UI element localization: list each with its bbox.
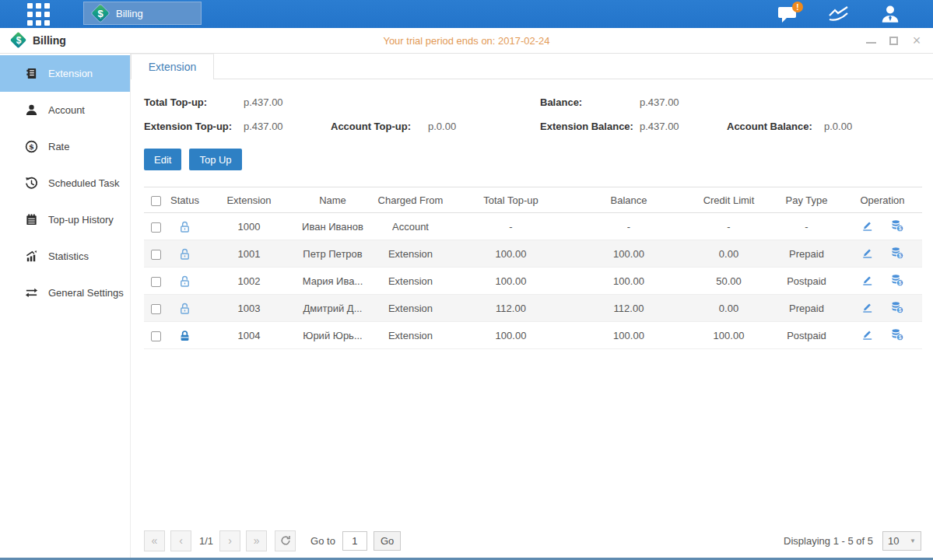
row-checkbox[interactable]	[151, 331, 161, 341]
cell-credit-limit: 100.00	[687, 322, 770, 349]
balance-summary: Total Top-up: p.437.00 Balance: p.437.00	[144, 90, 921, 138]
first-page-button[interactable]: «	[144, 530, 165, 551]
cell-balance: 100.00	[570, 268, 687, 295]
toolbar: Edit Top Up	[144, 149, 921, 170]
col-pay-type: Pay Type	[770, 187, 843, 213]
refresh-icon[interactable]	[275, 530, 296, 551]
cell-balance: -	[570, 213, 687, 240]
status-lock-icon	[167, 295, 202, 322]
sidebar-item-rate[interactable]: $ Rate	[0, 128, 130, 165]
growth-chart-icon	[25, 250, 38, 263]
next-page-button[interactable]: ›	[219, 530, 240, 551]
row-checkbox[interactable]	[151, 277, 161, 287]
history-clock-icon	[25, 177, 38, 190]
transfer-arrows-icon	[25, 286, 38, 299]
col-name: Name	[296, 187, 370, 213]
cell-extension: 1001	[202, 240, 296, 268]
coins-dollar-icon[interactable]: $	[890, 246, 904, 262]
sidebar-item-statistics[interactable]: Statistics	[0, 238, 130, 275]
coins-dollar-icon[interactable]: $	[890, 300, 904, 317]
status-lock-icon	[167, 322, 202, 349]
svg-text:$: $	[899, 306, 902, 313]
edit-button[interactable]: Edit	[144, 149, 181, 170]
cell-charged-from: Account	[370, 213, 451, 240]
cell-total-top-up: 100.00	[451, 322, 570, 349]
billing-dollar-diamond-icon: $	[11, 33, 26, 48]
prev-page-button[interactable]: ‹	[170, 530, 191, 551]
sidebar-item-label: General Settings	[48, 287, 124, 299]
coins-dollar-icon[interactable]: $	[890, 219, 904, 235]
main-panel: Extension Total Top-up: p.437.00 Balance…	[131, 54, 933, 558]
last-page-button[interactable]: »	[246, 530, 267, 551]
sidebar-item-scheduled-task[interactable]: Scheduled Task	[0, 165, 130, 201]
cell-charged-from: Extension	[370, 322, 451, 349]
cell-charged-from: Extension	[370, 268, 451, 295]
cell-balance: 112.00	[570, 295, 687, 322]
row-checkbox[interactable]	[151, 304, 161, 314]
sidebar-item-account[interactable]: Account	[0, 92, 130, 128]
pencil-icon[interactable]	[861, 219, 874, 234]
select-all-checkbox[interactable]	[151, 196, 161, 206]
row-checkbox[interactable]	[151, 250, 161, 260]
svg-text:$: $	[899, 225, 902, 231]
billing-dollar-diamond-icon: $	[92, 5, 109, 22]
cell-balance: 100.00	[570, 240, 687, 268]
account-top-up-label: Account Top-up:	[331, 121, 428, 132]
pencil-icon[interactable]	[861, 273, 874, 289]
notification-badge: !	[792, 2, 803, 12]
cell-total-top-up: 100.00	[451, 240, 570, 268]
table-row: 1000 Иван Иванов Account - - - - $	[144, 213, 922, 240]
displaying-count: Displaying 1 - 5 of 5	[784, 535, 873, 547]
cell-total-top-up: 112.00	[451, 295, 570, 322]
pencil-icon[interactable]	[861, 327, 874, 343]
taskbar-tab-billing[interactable]: $ Billing	[83, 2, 202, 25]
close-icon[interactable]: ×	[911, 35, 922, 46]
maximize-icon[interactable]	[889, 37, 898, 45]
go-button[interactable]: Go	[374, 531, 401, 551]
go-to-page-input[interactable]	[342, 531, 367, 551]
line-chart-icon[interactable]	[827, 4, 851, 24]
sidebar-item-label: Extension	[48, 68, 93, 79]
desktop-topbar: $ Billing !	[0, 0, 933, 28]
total-top-up-label: Total Top-up:	[144, 96, 244, 108]
cell-credit-limit: 0.00	[687, 240, 770, 268]
pencil-icon[interactable]	[861, 300, 874, 316]
app-grid-icon[interactable]	[27, 3, 50, 26]
col-extension: Extension	[202, 187, 296, 213]
cell-name: Петр Петров	[296, 240, 370, 268]
person-icon	[25, 103, 38, 117]
sidebar-item-extension[interactable]: Extension	[0, 55, 130, 92]
row-checkbox[interactable]	[151, 222, 161, 233]
table-row: 1001 Петр Петров Extension 100.00 100.00…	[144, 240, 922, 268]
pencil-icon[interactable]	[861, 246, 874, 261]
svg-text:$: $	[899, 279, 902, 285]
cell-balance: 100.00	[570, 322, 687, 349]
table-row: 1002 Мария Ива... Extension 100.00 100.0…	[144, 268, 922, 295]
account-balance-value: p.0.00	[824, 121, 921, 132]
cell-extension: 1004	[202, 322, 296, 349]
cell-extension: 1000	[202, 213, 296, 240]
minimize-icon[interactable]	[866, 37, 876, 44]
chat-bubble-icon[interactable]: !	[776, 4, 799, 24]
user-icon[interactable]	[879, 4, 902, 24]
col-credit-limit: Credit Limit	[687, 187, 770, 213]
window-title-text: Billing	[33, 34, 66, 47]
extension-top-up-label: Extension Top-up:	[144, 121, 244, 132]
sidebar: Extension Account $ Rate	[0, 54, 131, 558]
tab-extension[interactable]: Extension	[131, 54, 214, 79]
balance-value: p.437.00	[640, 96, 727, 108]
sidebar-item-top-up-history[interactable]: Top-up History	[0, 201, 130, 238]
top-up-button[interactable]: Top Up	[189, 149, 241, 170]
pagination-bar: « ‹ 1/1 › » Go to Go Displayin	[144, 530, 921, 551]
cell-pay-type: Postpaid	[770, 322, 843, 349]
coins-dollar-icon[interactable]: $	[890, 273, 904, 289]
account-top-up-value: p.0.00	[428, 121, 540, 132]
cell-credit-limit: 50.00	[687, 268, 770, 295]
status-lock-icon	[167, 240, 202, 268]
sidebar-item-general-settings[interactable]: General Settings	[0, 275, 130, 311]
svg-text:$: $	[899, 252, 902, 258]
coins-dollar-icon[interactable]: $	[890, 327, 904, 344]
page-size-select[interactable]: 10 ▼	[882, 531, 921, 551]
notepad-icon	[25, 213, 38, 226]
cell-charged-from: Extension	[370, 295, 451, 322]
